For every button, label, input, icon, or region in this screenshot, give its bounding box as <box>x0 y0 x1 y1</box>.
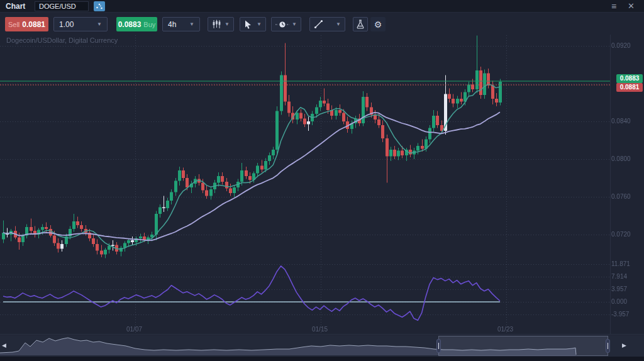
navigator-scroll-left-icon[interactable]: ◀ <box>2 342 6 348</box>
candlestick-chart-icon <box>212 19 221 29</box>
gear-icon: ⚙ <box>374 19 382 30</box>
navigator-left-handle[interactable] <box>436 339 441 353</box>
sell-button[interactable]: Sell 0.0881 <box>5 17 48 31</box>
flask-icon <box>356 19 365 29</box>
drawing-tool-select[interactable]: ▼ <box>309 17 345 31</box>
timeframe-value: 4h <box>168 20 176 29</box>
time-axis-label: 01/15 <box>312 326 328 333</box>
chevron-down-icon: ▼ <box>97 21 102 27</box>
clock-icon <box>275 20 289 29</box>
sell-label: Sell <box>8 21 19 28</box>
instrument-label: Dogecoin/USDollar, Digital Currency <box>6 36 118 44</box>
chevron-down-icon: ▼ <box>225 21 230 27</box>
chevron-down-icon: ▼ <box>292 21 297 27</box>
navigator-right-handle[interactable] <box>606 339 610 353</box>
price-axis-label: 0.0720 <box>611 231 640 238</box>
navigator-scroll-right-icon[interactable]: ▶ <box>622 342 626 348</box>
oscillator-axis-label: 3.957 <box>611 286 640 292</box>
time-widget-select[interactable]: ▼ <box>271 17 301 31</box>
time-axis-label: 01/07 <box>126 326 142 333</box>
menu-icon[interactable]: ≡ <box>611 1 616 12</box>
amount-value: 1.00 <box>59 20 74 29</box>
price-chart-canvas[interactable] <box>0 0 644 361</box>
price-axis-label: 0.0760 <box>611 193 640 200</box>
indicators-button[interactable] <box>353 17 368 31</box>
window-title: Chart <box>6 2 25 11</box>
buy-price: 0.0883 <box>118 20 142 29</box>
chart-window: Chart ≡ ✕ Sell 0.0881 1.00 ▼ 0.0883 Buy … <box>0 0 644 361</box>
cursor-icon <box>244 20 252 29</box>
chart-type-select[interactable]: ▼ <box>208 17 234 31</box>
cursor-tool-select[interactable]: ▼ <box>240 17 266 31</box>
sell-price: 0.0881 <box>22 20 45 29</box>
price-axis-label: 0.0800 <box>611 155 640 162</box>
chevron-down-icon: ▼ <box>336 21 341 27</box>
navigator-canvas[interactable] <box>0 335 644 357</box>
oscillator-axis-label: 11.871 <box>611 260 640 267</box>
chevron-down-icon: ▼ <box>257 21 262 27</box>
buy-button[interactable]: 0.0883 Buy <box>116 17 157 31</box>
amount-select[interactable]: 1.00 ▼ <box>53 17 108 31</box>
close-icon[interactable]: ✕ <box>628 1 635 12</box>
time-axis-label: 01/23 <box>497 326 513 333</box>
buy-quote-badge: 0.0883 <box>616 74 643 83</box>
oscillator-axis-label: 0.000 <box>611 298 640 305</box>
trendline-icon <box>314 19 323 29</box>
price-axis-label: 0.0840 <box>611 118 640 125</box>
oscillator-axis-label: -3.957 <box>611 311 640 318</box>
toolbar: Sell 0.0881 1.00 ▼ 0.0883 Buy 4h ▼ ▼ <box>0 13 644 35</box>
sell-quote-badge: 0.0881 <box>616 83 643 92</box>
instrument-picker-button[interactable] <box>94 1 105 11</box>
titlebar: Chart ≡ ✕ <box>0 0 644 13</box>
chevron-down-icon: ▼ <box>189 21 194 27</box>
symbol-input[interactable] <box>35 1 89 11</box>
buy-label: Buy <box>143 21 155 28</box>
timeframe-select[interactable]: 4h ▼ <box>162 17 200 31</box>
oscillator-axis-label: 7.914 <box>611 273 640 280</box>
scatter-dots-icon <box>96 3 103 10</box>
price-axis-label: 0.0920 <box>611 42 640 49</box>
settings-button[interactable]: ⚙ <box>370 17 386 31</box>
bottom-strip <box>0 357 644 361</box>
